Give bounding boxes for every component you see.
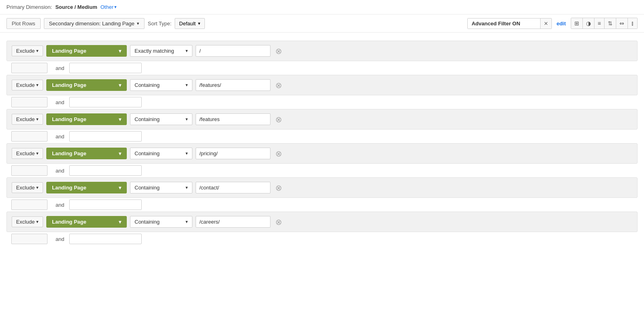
chevron-down-icon: ▾	[186, 185, 188, 190]
chevron-down-icon: ▾	[186, 117, 188, 122]
advanced-filter-text: Advanced Filter ON	[468, 19, 540, 29]
and-label-1: and	[56, 65, 64, 71]
remove-button-3[interactable]: ⊗	[274, 115, 284, 123]
value-input-2[interactable]	[196, 79, 270, 91]
and-extra-input-6	[69, 234, 142, 244]
view-icon-list[interactable]: ≡	[594, 18, 605, 29]
secondary-dimension-button[interactable]: Secondary dimension: Landing Page ▾	[44, 18, 144, 29]
view-icon-grid[interactable]: ⊞	[571, 18, 583, 29]
and-extra-input-3	[69, 131, 142, 142]
exclude-button-1[interactable]: Exclude ▾	[12, 45, 43, 56]
and-spacer-3	[11, 131, 47, 142]
chevron-down-icon: ▾	[36, 82, 39, 88]
and-label-6: and	[56, 236, 64, 242]
and-row-3: and	[6, 130, 638, 143]
exclude-button-4[interactable]: Exclude ▾	[12, 148, 43, 159]
value-input-5[interactable]	[196, 182, 270, 193]
advanced-filter-close-button[interactable]: ✕	[540, 19, 551, 29]
exclude-button-2[interactable]: Exclude ▾	[12, 80, 43, 90]
dimension-dropdown-2[interactable]: Landing Page ▾	[46, 79, 127, 91]
condition-dropdown-3[interactable]: Containing ▾	[130, 113, 192, 125]
and-row-4: and	[6, 164, 638, 177]
primary-dimension-label: Primary Dimension:	[6, 4, 52, 10]
remove-button-2[interactable]: ⊗	[274, 81, 284, 89]
chevron-down-icon: ▾	[119, 151, 121, 156]
and-row-1: and	[6, 61, 638, 75]
condition-dropdown-1[interactable]: Exactly matching ▾	[130, 45, 192, 57]
view-icon-compare[interactable]: ⇔	[616, 18, 628, 29]
view-icons-group: ⊞ ◑ ≡ ⇅ ⇔ ⫿	[571, 18, 638, 29]
and-spacer-4	[11, 165, 47, 176]
filter-row-1: Exclude ▾ Landing Page ▾ Exactly matchin…	[6, 41, 638, 61]
and-row-5: and	[6, 198, 638, 212]
chevron-down-icon: ▾	[36, 117, 39, 122]
dimension-dropdown-1[interactable]: Landing Page ▾	[46, 45, 127, 57]
exclude-button-3[interactable]: Exclude ▾	[12, 114, 43, 125]
and-spacer-6	[11, 234, 47, 244]
view-icon-pie[interactable]: ◑	[583, 18, 594, 29]
dimension-dropdown-3[interactable]: Landing Page ▾	[46, 113, 127, 125]
dimension-dropdown-5[interactable]: Landing Page ▾	[46, 182, 127, 193]
filter-row-3: Exclude ▾ Landing Page ▾ Containing ▾ ⊗	[6, 109, 638, 130]
and-label-5: and	[56, 202, 64, 208]
advanced-filter-box: Advanced Filter ON ✕	[467, 18, 552, 29]
remove-button-4[interactable]: ⊗	[274, 150, 284, 158]
and-label-2: and	[56, 99, 64, 105]
value-input-3[interactable]	[196, 113, 270, 125]
chevron-down-icon: ▾	[137, 21, 139, 26]
chevron-down-icon: ▾	[186, 82, 188, 88]
sort-type-select[interactable]: Default ▾	[175, 18, 205, 29]
main-content: Exclude ▾ Landing Page ▾ Exactly matchin…	[0, 33, 644, 254]
view-icon-sort[interactable]: ⇅	[605, 18, 616, 29]
chevron-down-icon: ▾	[198, 21, 200, 26]
other-button[interactable]: Other ▾	[100, 4, 117, 10]
and-spacer-5	[11, 199, 47, 210]
view-icon-columns[interactable]: ⫿	[628, 18, 637, 29]
exclude-button-5[interactable]: Exclude ▾	[12, 182, 43, 193]
remove-button-1[interactable]: ⊗	[274, 47, 284, 55]
filter-row-2: Exclude ▾ Landing Page ▾ Containing ▾ ⊗	[6, 75, 638, 95]
remove-button-5[interactable]: ⊗	[274, 184, 284, 192]
and-spacer-2	[11, 97, 47, 107]
and-spacer-1	[11, 63, 47, 73]
value-input-1[interactable]	[196, 45, 270, 57]
chevron-down-icon: ▾	[186, 219, 188, 224]
and-extra-input-5	[69, 199, 142, 210]
and-label-3: and	[56, 134, 64, 140]
chevron-down-icon: ▾	[119, 82, 121, 88]
plot-rows-button[interactable]: Plot Rows	[6, 18, 41, 29]
chevron-down-icon: ▾	[119, 48, 121, 54]
remove-button-6[interactable]: ⊗	[274, 218, 284, 226]
exclude-button-6[interactable]: Exclude ▾	[12, 216, 43, 227]
chevron-down-icon: ▾	[114, 4, 117, 10]
chevron-down-icon: ▾	[119, 219, 121, 225]
chevron-down-icon: ▾	[36, 219, 39, 224]
dimension-dropdown-4[interactable]: Landing Page ▾	[46, 148, 127, 159]
and-label-4: and	[56, 168, 64, 174]
condition-dropdown-2[interactable]: Containing ▾	[130, 79, 192, 91]
condition-dropdown-5[interactable]: Containing ▾	[130, 182, 192, 193]
filter-row-4: Exclude ▾ Landing Page ▾ Containing ▾ ⊗	[6, 143, 638, 164]
value-input-6[interactable]	[196, 216, 270, 228]
filter-row-5: Exclude ▾ Landing Page ▾ Containing ▾ ⊗	[6, 177, 638, 198]
chevron-down-icon: ▾	[36, 185, 39, 190]
and-extra-input-4	[69, 165, 142, 176]
edit-link[interactable]: edit	[557, 21, 566, 27]
chevron-down-icon: ▾	[186, 48, 188, 53]
filter-row-6: Exclude ▾ Landing Page ▾ Containing ▾ ⊗	[6, 212, 638, 232]
chevron-down-icon: ▾	[119, 117, 121, 122]
toolbar: Plot Rows Secondary dimension: Landing P…	[0, 14, 644, 33]
sort-type-label: Sort Type:	[148, 21, 171, 27]
and-row-2: and	[6, 95, 638, 109]
dimension-dropdown-6[interactable]: Landing Page ▾	[46, 216, 127, 228]
and-extra-input-1	[69, 63, 142, 73]
and-extra-input-2	[69, 97, 142, 107]
condition-dropdown-4[interactable]: Containing ▾	[130, 148, 192, 159]
primary-dimension-value: Source / Medium	[55, 4, 97, 10]
value-input-4[interactable]	[196, 148, 270, 159]
chevron-down-icon: ▾	[186, 151, 188, 156]
condition-dropdown-6[interactable]: Containing ▾	[130, 216, 192, 228]
primary-dimension-bar: Primary Dimension: Source / Medium Other…	[0, 0, 644, 14]
and-row-6: and	[6, 232, 638, 246]
chevron-down-icon: ▾	[36, 48, 39, 53]
